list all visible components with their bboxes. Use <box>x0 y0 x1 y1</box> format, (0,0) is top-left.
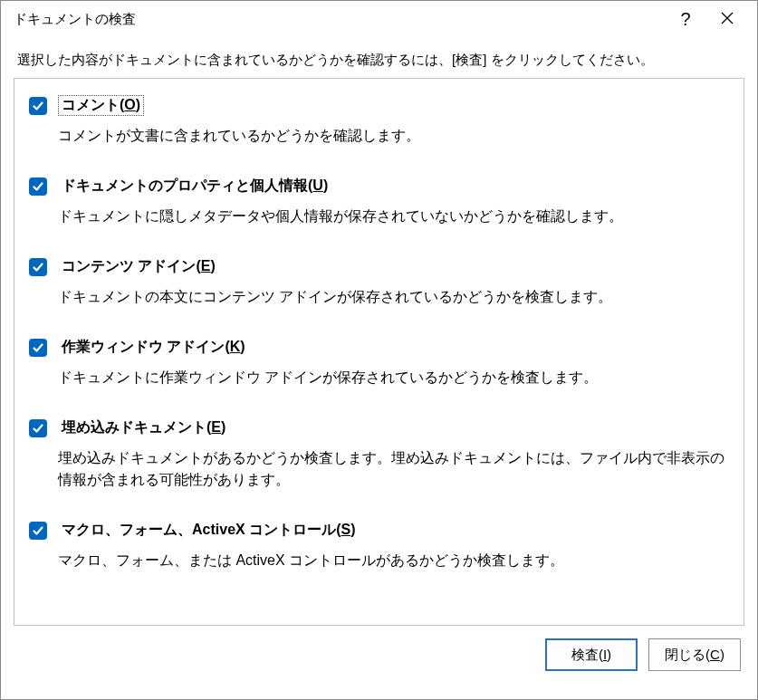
item-description: ドキュメントに作業ウィンドウ アドインが保存されているかどうかを検査します。 <box>58 367 734 388</box>
checkbox[interactable] <box>29 97 47 115</box>
item-description: 埋め込みドキュメントがあるかどうか検査します。埋め込みドキュメントには、ファイル… <box>58 447 734 491</box>
item-text: コンテンツ アドイン(E)ドキュメントの本文にコンテンツ アドインが保存されてい… <box>58 256 734 308</box>
title-bar: ドキュメントの検査 ? <box>1 1 757 37</box>
instruction-text: 選択した内容がドキュメントに含まれているかどうかを確認するには、[検査] をクリ… <box>1 37 757 78</box>
checkbox[interactable] <box>29 339 47 357</box>
item-description: ドキュメントの本文にコンテンツ アドインが保存されているかどうかを検査します。 <box>58 286 734 308</box>
checkbox[interactable] <box>29 419 47 437</box>
item-title[interactable]: 埋め込みドキュメント(E) <box>58 417 229 438</box>
item-text: コメント(O)コメントが文書に含まれているかどうかを確認します。 <box>58 95 734 147</box>
item-text: マクロ、フォーム、ActiveX コントロール(S)マクロ、フォーム、または A… <box>58 520 734 571</box>
item-text: 作業ウィンドウ アドイン(K)ドキュメントに作業ウィンドウ アドインが保存されて… <box>58 337 734 388</box>
close-button-label: 閉じる(C) <box>665 647 724 664</box>
item-description: マクロ、フォーム、または ActiveX コントロールがあるかどうか検査します。 <box>58 550 734 571</box>
inspection-item: コンテンツ アドイン(E)ドキュメントの本文にコンテンツ アドインが保存されてい… <box>25 253 744 333</box>
dialog-footer: 検査(I) 閉じる(C) <box>1 626 757 671</box>
item-title[interactable]: コンテンツ アドイン(E) <box>58 256 219 277</box>
inspection-list-panel: コメント(O)コメントが文書に含まれているかどうかを確認します。ドキュメントのプ… <box>14 78 744 626</box>
checkbox[interactable] <box>29 258 47 276</box>
help-button[interactable]: ? <box>665 1 706 37</box>
item-description: ドキュメントに隠しメタデータや個人情報が保存されていないかどうかを確認します。 <box>58 206 734 227</box>
inspect-button-label: 検査(I) <box>571 647 611 664</box>
close-icon <box>721 10 734 29</box>
inspection-item: 作業ウィンドウ アドイン(K)ドキュメントに作業ウィンドウ アドインが保存されて… <box>25 333 744 414</box>
close-window-button[interactable] <box>706 1 748 37</box>
item-description: コメントが文書に含まれているかどうかを確認します。 <box>58 125 734 147</box>
inspection-item: コメント(O)コメントが文書に含まれているかどうかを確認します。 <box>25 91 744 172</box>
checkbox[interactable] <box>29 177 47 196</box>
item-title[interactable]: 作業ウィンドウ アドイン(K) <box>58 337 249 358</box>
inspection-list[interactable]: コメント(O)コメントが文書に含まれているかどうかを確認します。ドキュメントのプ… <box>14 79 744 625</box>
inspection-item: ドキュメントのプロパティと個人情報(U)ドキュメントに隠しメタデータや個人情報が… <box>25 172 744 253</box>
dialog-title: ドキュメントの検査 <box>14 11 665 28</box>
item-title[interactable]: ドキュメントのプロパティと個人情報(U) <box>58 176 331 197</box>
inspect-button[interactable]: 検査(I) <box>545 638 638 671</box>
inspection-item: マクロ、フォーム、ActiveX コントロール(S)マクロ、フォーム、または A… <box>25 516 744 597</box>
close-button[interactable]: 閉じる(C) <box>648 638 741 671</box>
item-text: 埋め込みドキュメント(E)埋め込みドキュメントがあるかどうか検査します。埋め込み… <box>58 417 734 491</box>
inspection-item: 埋め込みドキュメント(E)埋め込みドキュメントがあるかどうか検査します。埋め込み… <box>25 414 744 516</box>
checkbox[interactable] <box>29 522 47 540</box>
item-title[interactable]: マクロ、フォーム、ActiveX コントロール(S) <box>58 520 359 541</box>
item-title[interactable]: コメント(O) <box>58 95 144 116</box>
item-text: ドキュメントのプロパティと個人情報(U)ドキュメントに隠しメタデータや個人情報が… <box>58 176 734 227</box>
help-icon: ? <box>680 9 690 30</box>
